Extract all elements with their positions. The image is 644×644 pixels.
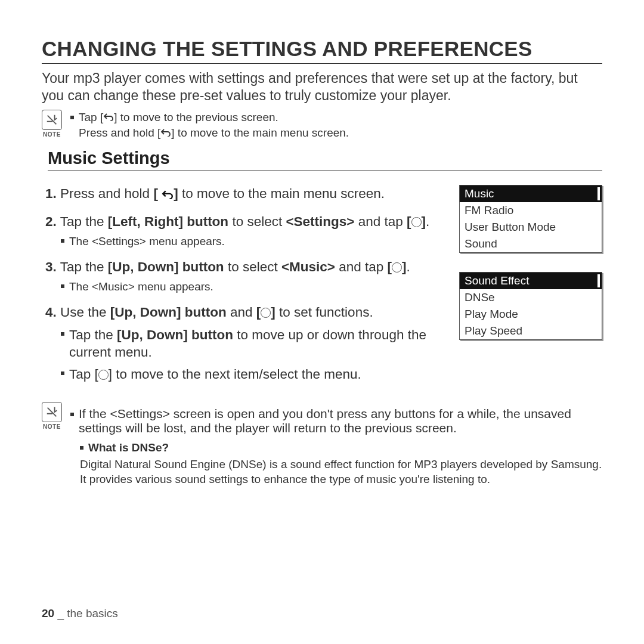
page-title: CHANGING THE SETTINGS AND PREFERENCES: [42, 37, 602, 64]
menu-item-sound: Sound: [460, 236, 602, 252]
text: ] to move to the main menu screen.: [171, 125, 349, 141]
text: The <Settings> menu appears.: [69, 234, 225, 249]
text: Tap the: [69, 327, 117, 342]
step-number: 2.: [45, 214, 57, 229]
text: Tap the: [60, 259, 108, 274]
dnse-question: What is DNSe?: [80, 441, 602, 454]
menu-item-sound-effect: Sound Effect: [460, 273, 602, 289]
bullet-icon: [70, 413, 74, 416]
bullet-icon: [61, 284, 64, 288]
bullet-icon: [61, 332, 64, 336]
text: and tap: [335, 259, 388, 274]
back-icon: [160, 125, 171, 141]
text: Press and hold: [60, 186, 153, 201]
menu-item-dnse: DNSe: [460, 289, 602, 306]
text: If the <Settings> screen is open and you…: [79, 407, 602, 435]
text: [Left, Right] button: [108, 214, 228, 229]
menu-item-play-mode: Play Mode: [460, 306, 602, 323]
step-number: 4.: [45, 305, 57, 320]
step-number: 3.: [45, 259, 57, 274]
menu-item-fm-radio: FM Radio: [460, 202, 602, 219]
back-icon: [162, 186, 174, 203]
note-icon: [42, 402, 62, 422]
text: Tap [: [79, 110, 103, 125]
text: and tap: [354, 214, 407, 229]
note-icon: [42, 110, 62, 130]
text: Tap the: [60, 214, 108, 229]
text: <Settings>: [286, 214, 354, 229]
note-badge: NOTE: [42, 402, 62, 430]
text: to move to the main menu screen.: [178, 186, 385, 201]
device-screen-settings: Music FM Radio User Button Mode Sound: [459, 185, 602, 253]
menu-item-music: Music: [460, 185, 602, 202]
select-button-icon: [411, 217, 422, 227]
text: _: [54, 607, 67, 620]
page-footer: 20 _ the basics: [42, 607, 118, 620]
text: <Music>: [281, 259, 335, 274]
bullet-icon: [61, 371, 64, 375]
top-note-line-2: Press and hold [ ] to move to the main m…: [79, 125, 349, 141]
note-badge: NOTE: [42, 110, 62, 138]
text: to set functions.: [275, 305, 373, 320]
section-name: the basics: [67, 607, 118, 620]
subheading-music-settings: Music Settings: [48, 148, 602, 171]
menu-item-play-speed: Play Speed: [460, 323, 602, 339]
text: ]: [402, 259, 407, 274]
page-number: 20: [42, 607, 54, 620]
bullet-icon: [70, 116, 74, 119]
note-label: NOTE: [43, 423, 61, 430]
step-4-sub-2: Tap [] to move to the next item/select t…: [61, 366, 448, 383]
text: to select: [224, 259, 281, 274]
note-label: NOTE: [43, 131, 61, 138]
step-3: 3. Tap the [Up, Down] button to select <…: [45, 258, 448, 294]
text: .: [407, 259, 410, 274]
text: What is DNSe?: [88, 441, 169, 454]
step-number: 1.: [45, 186, 57, 201]
step-2: 2. Tap the [Left, Right] button to selec…: [45, 213, 448, 249]
step-2-sub: The <Settings> menu appears.: [61, 234, 448, 249]
text: ] to move to the previous screen.: [114, 110, 278, 125]
text: [: [407, 214, 411, 229]
text: [Up, Down] button: [110, 305, 227, 320]
select-button-icon: [98, 370, 109, 380]
bottom-note: NOTE If the <Settings> screen is open an…: [42, 402, 602, 487]
dnse-answer: Digital Natural Sound Engine (DNSe) is a…: [80, 457, 602, 487]
text: The <Music> menu appears.: [69, 280, 213, 295]
text: [: [153, 186, 158, 201]
text: and: [227, 305, 256, 320]
text: ] to move to the next item/select the me…: [109, 367, 361, 382]
back-icon: [103, 110, 114, 125]
bottom-note-text: If the <Settings> screen is open and you…: [70, 407, 602, 435]
text: Tap [: [69, 367, 98, 382]
text: ]: [174, 186, 178, 201]
select-button-icon: [392, 262, 402, 273]
text: Use the: [60, 305, 110, 320]
device-screen-music: Sound Effect DNSe Play Mode Play Speed: [459, 272, 602, 340]
bullet-icon: [80, 446, 83, 450]
text: .: [426, 214, 429, 229]
step-4: 4. Use the [Up, Down] button and [] to s…: [45, 304, 448, 383]
top-note-line-1: Tap [ ] to move to the previous screen.: [70, 110, 349, 125]
text: Press and hold [: [79, 125, 160, 141]
text: to select: [228, 214, 286, 229]
top-note: NOTE Tap [ ] to move to the previous scr…: [42, 110, 602, 140]
bullet-icon: [61, 239, 64, 243]
step-4-sub-1: Tap the [Up, Down] button to move up or …: [61, 326, 448, 361]
text: ]: [271, 305, 275, 320]
menu-item-user-button-mode: User Button Mode: [460, 219, 602, 236]
step-1: 1. Press and hold [ ] to move to the mai…: [45, 185, 448, 203]
step-3-sub: The <Music> menu appears.: [61, 280, 448, 295]
text: [: [388, 259, 392, 274]
select-button-icon: [261, 308, 271, 318]
text: [: [256, 305, 261, 320]
text: [Up, Down] button: [117, 327, 233, 342]
intro-paragraph: Your mp3 player comes with settings and …: [42, 70, 602, 105]
text: ]: [422, 214, 426, 229]
text: [Up, Down] button: [108, 259, 224, 274]
